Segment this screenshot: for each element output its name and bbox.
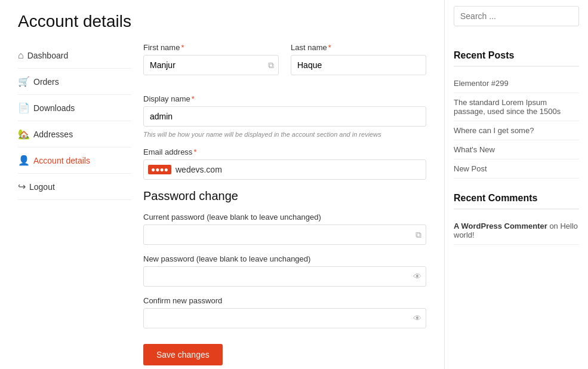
first-name-label: First name*	[143, 43, 279, 52]
recent-posts-widget: Recent Posts Elementor #299 The standard…	[454, 50, 579, 179]
confirm-password-group: Confirm new password 👁	[143, 296, 426, 328]
comment-action: on	[549, 222, 560, 230]
post-link[interactable]: Elementor #299	[454, 74, 579, 93]
email-label: Email address*	[143, 147, 426, 156]
current-password-group: Current password (leave blank to leave u…	[143, 213, 426, 245]
save-changes-button[interactable]: Save changes	[143, 344, 223, 365]
recent-comments-title: Recent Comments	[454, 193, 579, 210]
display-name-hint: This will be how your name will be displ…	[143, 131, 426, 138]
sidebar-item-orders[interactable]: 🛒 Orders	[18, 69, 131, 95]
last-name-label: Last name*	[291, 43, 426, 52]
right-sidebar: Recent Posts Elementor #299 The standard…	[445, 0, 588, 369]
sidebar-item-label: Dashboard	[27, 51, 69, 60]
recent-comments-widget: Recent Comments A WordPress Commenter on…	[454, 193, 579, 245]
sidebar-item-label: Downloads	[33, 103, 75, 113]
copy-password-icon: ⧉	[415, 230, 421, 240]
sidebar-item-account-details[interactable]: 👤 Account details	[18, 147, 131, 174]
email-redacted-badge: ●●●●	[148, 165, 171, 174]
first-name-group: First name* ⧉	[143, 43, 279, 75]
new-password-input[interactable]	[143, 266, 426, 287]
sidebar-item-label: Addresses	[33, 130, 73, 139]
show-password-icon[interactable]: 👁	[413, 272, 421, 281]
sidebar-item-label: Logout	[29, 182, 55, 192]
password-section-title: Password change	[143, 189, 426, 203]
last-name-input[interactable]	[291, 55, 426, 75]
sidebar-item-downloads[interactable]: 📄 Downloads	[18, 95, 131, 121]
page-title: Account details	[18, 12, 426, 31]
show-confirm-password-icon[interactable]: 👁	[413, 313, 421, 323]
recent-posts-title: Recent Posts	[454, 50, 579, 67]
sidebar-item-addresses[interactable]: 🏡 Addresses	[18, 121, 131, 147]
sidebar-item-logout[interactable]: ↪ Logout	[18, 174, 131, 200]
last-name-group: Last name*	[291, 43, 426, 75]
display-name-label: Display name*	[143, 94, 426, 103]
confirm-password-label: Confirm new password	[143, 296, 426, 305]
post-link[interactable]: What's New	[454, 140, 579, 159]
sidebar-nav: ⌂ Dashboard 🛒 Orders 📄 Downloads	[18, 43, 131, 365]
account-details-icon: 👤	[18, 155, 30, 166]
addresses-icon: 🏡	[18, 128, 30, 140]
new-password-label: New password (leave blank to leave uncha…	[143, 254, 426, 263]
downloads-icon: 📄	[18, 102, 30, 113]
display-name-input[interactable]	[143, 106, 426, 127]
email-group: Email address* ●●●● wedevs.com	[143, 147, 426, 180]
post-link[interactable]: Where can I get some?	[454, 121, 579, 140]
post-link[interactable]: The standard Lorem Ipsum passage, used s…	[454, 93, 579, 121]
current-password-label: Current password (leave blank to leave u…	[143, 213, 426, 222]
sidebar-item-label: Orders	[33, 77, 59, 87]
email-domain: wedevs.com	[176, 165, 222, 174]
sidebar-item-dashboard[interactable]: ⌂ Dashboard	[18, 43, 131, 69]
logout-icon: ↪	[18, 181, 26, 192]
display-name-group: Display name* This will be how your name…	[143, 94, 426, 138]
first-name-input[interactable]	[143, 55, 279, 75]
post-link[interactable]: New Post	[454, 159, 579, 179]
confirm-password-input[interactable]	[143, 308, 426, 328]
dashboard-icon: ⌂	[18, 50, 24, 61]
copy-icon: ⧉	[268, 60, 274, 70]
sidebar-item-label: Account details	[33, 156, 90, 165]
new-password-group: New password (leave blank to leave uncha…	[143, 254, 426, 287]
comment-item: A WordPress Commenter on Hello world!	[454, 217, 579, 245]
comment-author: A WordPress Commenter	[454, 222, 547, 230]
current-password-input[interactable]	[143, 225, 426, 245]
account-form: First name* ⧉ Last name*	[143, 43, 426, 365]
search-input[interactable]	[454, 6, 579, 26]
orders-icon: 🛒	[18, 76, 30, 87]
